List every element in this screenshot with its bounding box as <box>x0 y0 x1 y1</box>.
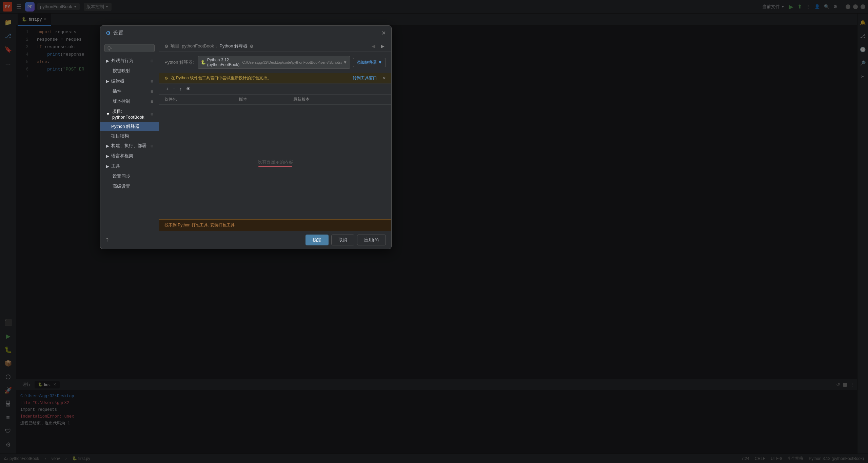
add-package-btn[interactable]: + <box>164 85 170 92</box>
interpreter-dropdown-arrow: ▼ <box>343 60 347 65</box>
settings-dialog: ⚙ 设置 ✕ ▶ 外观与行为 ⊞ 按键映射 <box>100 25 392 249</box>
dialog-left-nav: ▶ 外观与行为 ⊞ 按键映射 ▶ 编辑器 ⊞ 插件 ⊞ <box>100 39 159 231</box>
apply-button[interactable]: 应用(A) <box>357 235 386 245</box>
interpreter-label: Python 解释器: <box>164 59 195 65</box>
breadcrumb-current: Python 解释器 <box>219 43 248 49</box>
col-latest-version: 最新版本 <box>293 97 386 102</box>
package-table-header: 软件包 版本 最新版本 <box>159 95 391 105</box>
nav-arrow-languages: ▶ <box>106 154 109 159</box>
package-table-body: 没有要显示的内容 <box>159 105 391 219</box>
interpreter-dropdown[interactable]: 🐍 Python 3.12 (pythonFootBook) C:\Users\… <box>198 56 350 69</box>
package-toolbar: + − ↑ 👁 <box>159 83 391 95</box>
warning-icon: ⚙ <box>164 76 168 81</box>
nav-icon-vcs: ⊞ <box>151 100 153 103</box>
dialog-body: ▶ 外观与行为 ⊞ 按键映射 ▶ 编辑器 ⊞ 插件 ⊞ <box>100 39 391 231</box>
dialog-title-icon: ⚙ <box>106 30 111 36</box>
nav-icon-plugins: ⊞ <box>151 89 153 93</box>
nav-item-sync[interactable]: 设置同步 <box>100 171 159 181</box>
goto-tool-window-link[interactable]: 转到工具窗口 <box>353 75 377 81</box>
dialog-overlay: ⚙ 设置 ✕ ▶ 外观与行为 ⊞ 按键映射 <box>0 0 868 463</box>
nav-arrow-build: ▶ <box>106 143 109 148</box>
nav-arrow-tools: ▶ <box>106 164 109 169</box>
dialog-close-button[interactable]: ✕ <box>381 30 386 36</box>
eye-package-btn[interactable]: 👁 <box>184 85 192 92</box>
nav-sub-python-interpreter[interactable]: ◄ Python 解释器 <box>100 122 159 131</box>
error-bar: 找不到 Python 打包工具. 安装打包工具 <box>159 219 391 231</box>
warning-close-btn[interactable]: ✕ <box>382 76 386 81</box>
no-content-text: 没有要显示的内容 <box>258 159 293 165</box>
cancel-button[interactable]: 取消 <box>331 235 354 245</box>
col-version: 版本 <box>239 97 293 102</box>
nav-item-appearance[interactable]: ▶ 外观与行为 ⊞ <box>100 56 159 66</box>
dialog-footer: ? 确定 取消 应用(A) <box>100 231 391 249</box>
confirm-button[interactable]: 确定 <box>305 235 329 245</box>
breadcrumb-back-btn[interactable]: ◀ <box>370 43 377 49</box>
nav-icon-build: ⊞ <box>151 144 153 148</box>
nav-arrow-appearance: ▶ <box>106 58 109 63</box>
dialog-right-content: ⚙ 项目: pythonFootBook › Python 解释器 ⚙ ◀ ▶ … <box>159 39 391 231</box>
help-button[interactable]: ? <box>106 237 108 243</box>
nav-arrow-editor: ▶ <box>106 79 109 84</box>
nav-sub-project-structure[interactable]: 项目结构 <box>100 131 159 141</box>
nav-icon-editor: ⊞ <box>151 79 153 83</box>
python-icon: 🐍 <box>201 60 206 65</box>
nav-item-plugins[interactable]: 插件 ⊞ <box>100 86 159 96</box>
dialog-title-text: 设置 <box>113 30 123 36</box>
remove-package-btn[interactable]: − <box>171 85 177 92</box>
dialog-title-bar: ⚙ 设置 ✕ <box>100 26 391 39</box>
nav-item-advanced[interactable]: 高级设置 <box>100 181 159 192</box>
nav-item-project[interactable]: ▼ 项目: pythonFootBook ⊞ <box>100 106 159 122</box>
nav-item-editor[interactable]: ▶ 编辑器 ⊞ <box>100 76 159 86</box>
interpreter-section: Python 解释器: 🐍 Python 3.12 (pythonFootBoo… <box>159 52 391 73</box>
breadcrumb-settings-icon: ⚙ <box>164 44 169 49</box>
warning-bar: ⚙ 在 Python 软件包工具窗口中尝试重新设计的打包支持。 转到工具窗口 ✕ <box>159 73 391 83</box>
nav-item-tools[interactable]: ▶ 工具 <box>100 161 159 171</box>
nav-icon-project: ⊞ <box>151 112 153 116</box>
nav-icon-appearance: ⊞ <box>151 59 153 63</box>
dialog-breadcrumb: ⚙ 项目: pythonFootBook › Python 解释器 ⚙ ◀ ▶ <box>159 39 391 52</box>
col-package-name: 软件包 <box>164 97 239 102</box>
up-package-btn[interactable]: ↑ <box>178 85 183 92</box>
nav-item-vcs[interactable]: 版本控制 ⊞ <box>100 96 159 106</box>
nav-item-keymap[interactable]: 按键映射 <box>100 66 159 76</box>
dialog-search <box>100 42 159 54</box>
breadcrumb-nav: ◀ ▶ <box>370 43 386 49</box>
breadcrumb-sep: › <box>216 44 217 49</box>
dialog-search-input[interactable] <box>104 44 155 52</box>
interpreter-row: Python 解释器: 🐍 Python 3.12 (pythonFootBoo… <box>164 56 386 69</box>
nav-item-build[interactable]: ▶ 构建、执行、部署 ⊞ <box>100 141 159 151</box>
nav-item-languages[interactable]: ▶ 语言和框架 <box>100 151 159 161</box>
breadcrumb-forward-btn[interactable]: ▶ <box>379 43 386 49</box>
no-content-underline <box>258 166 292 167</box>
add-interpreter-button[interactable]: 添加解释器 ▼ <box>353 58 386 67</box>
nav-arrow-project: ▼ <box>106 112 110 117</box>
